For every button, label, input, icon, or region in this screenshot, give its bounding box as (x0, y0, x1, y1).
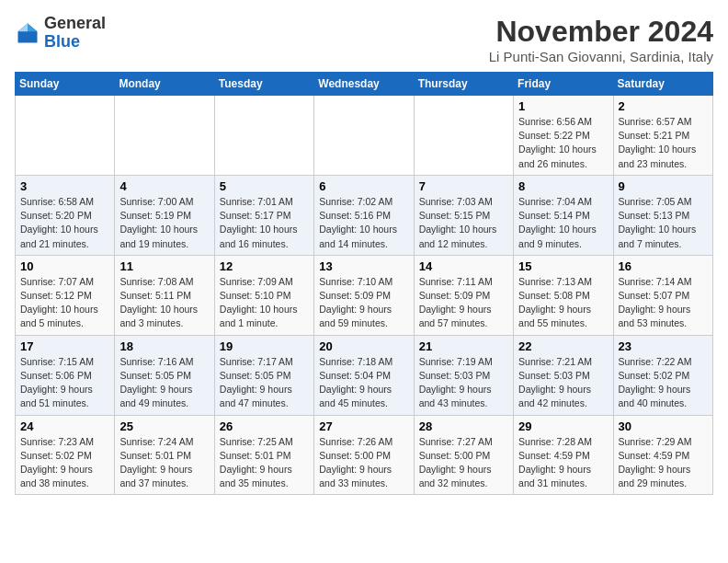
day-info: Sunrise: 7:09 AMSunset: 5:10 PMDaylight:… (220, 275, 309, 331)
day-info: Sunrise: 7:16 AMSunset: 5:05 PMDaylight:… (119, 355, 209, 411)
calendar-cell: 11Sunrise: 7:08 AMSunset: 5:11 PMDayligh… (115, 255, 214, 335)
calendar-cell: 15Sunrise: 7:13 AMSunset: 5:08 PMDayligh… (514, 255, 613, 335)
day-number: 30 (619, 419, 708, 433)
day-number: 14 (419, 259, 508, 273)
day-number: 29 (518, 419, 608, 433)
calendar-cell (414, 96, 513, 176)
day-number: 26 (220, 419, 309, 433)
weekday-header-row: SundayMondayTuesdayWednesdayThursdayFrid… (16, 73, 713, 96)
day-number: 24 (20, 419, 109, 433)
calendar-cell: 20Sunrise: 7:18 AMSunset: 5:04 PMDayligh… (314, 335, 414, 415)
weekday-thursday: Thursday (414, 73, 513, 96)
week-row-3: 10Sunrise: 7:07 AMSunset: 5:12 PMDayligh… (16, 255, 713, 335)
day-info: Sunrise: 6:57 AMSunset: 5:21 PMDaylight:… (619, 115, 708, 171)
day-number: 6 (319, 179, 408, 193)
day-info: Sunrise: 7:05 AMSunset: 5:13 PMDaylight:… (619, 195, 708, 251)
day-info: Sunrise: 7:17 AMSunset: 5:05 PMDaylight:… (220, 355, 309, 411)
weekday-wednesday: Wednesday (314, 73, 414, 96)
day-info: Sunrise: 7:04 AMSunset: 5:14 PMDaylight:… (518, 195, 608, 251)
calendar-cell (314, 96, 414, 176)
day-number: 1 (518, 99, 608, 113)
calendar-body: 1Sunrise: 6:56 AMSunset: 5:22 PMDaylight… (16, 96, 713, 495)
location-subtitle: Li Punti-San Giovanni, Sardinia, Italy (489, 49, 713, 64)
calendar-cell (214, 96, 313, 176)
calendar-cell: 3Sunrise: 6:58 AMSunset: 5:20 PMDaylight… (16, 175, 115, 255)
svg-marker-1 (28, 23, 38, 31)
calendar-cell: 5Sunrise: 7:01 AMSunset: 5:17 PMDaylight… (214, 175, 313, 255)
calendar-cell: 12Sunrise: 7:09 AMSunset: 5:10 PMDayligh… (214, 255, 313, 335)
day-number: 3 (20, 179, 109, 193)
day-info: Sunrise: 6:58 AMSunset: 5:20 PMDaylight:… (20, 195, 109, 251)
svg-marker-2 (18, 23, 28, 31)
day-info: Sunrise: 7:19 AMSunset: 5:03 PMDaylight:… (419, 355, 508, 411)
day-number: 15 (518, 259, 608, 273)
day-number: 8 (518, 179, 608, 193)
week-row-4: 17Sunrise: 7:15 AMSunset: 5:06 PMDayligh… (16, 335, 713, 415)
calendar-cell: 24Sunrise: 7:23 AMSunset: 5:02 PMDayligh… (16, 415, 115, 495)
calendar-cell: 2Sunrise: 6:57 AMSunset: 5:21 PMDaylight… (613, 96, 712, 176)
calendar: SundayMondayTuesdayWednesdayThursdayFrid… (15, 72, 713, 495)
day-info: Sunrise: 7:00 AMSunset: 5:19 PMDaylight:… (119, 195, 209, 251)
week-row-5: 24Sunrise: 7:23 AMSunset: 5:02 PMDayligh… (16, 415, 713, 495)
day-number: 21 (419, 339, 508, 353)
day-info: Sunrise: 7:07 AMSunset: 5:12 PMDaylight:… (20, 275, 109, 331)
day-number: 9 (619, 179, 708, 193)
calendar-header: SundayMondayTuesdayWednesdayThursdayFrid… (16, 73, 713, 96)
weekday-tuesday: Tuesday (214, 73, 313, 96)
calendar-cell: 27Sunrise: 7:26 AMSunset: 5:00 PMDayligh… (314, 415, 414, 495)
day-number: 18 (119, 339, 209, 353)
calendar-cell: 26Sunrise: 7:25 AMSunset: 5:01 PMDayligh… (214, 415, 313, 495)
day-info: Sunrise: 7:28 AMSunset: 4:59 PMDaylight:… (518, 435, 608, 491)
calendar-cell: 23Sunrise: 7:22 AMSunset: 5:02 PMDayligh… (613, 335, 712, 415)
day-info: Sunrise: 7:26 AMSunset: 5:00 PMDaylight:… (319, 435, 408, 491)
calendar-cell: 4Sunrise: 7:00 AMSunset: 5:19 PMDaylight… (115, 175, 214, 255)
day-info: Sunrise: 6:56 AMSunset: 5:22 PMDaylight:… (518, 115, 608, 171)
calendar-cell: 25Sunrise: 7:24 AMSunset: 5:01 PMDayligh… (115, 415, 214, 495)
day-number: 7 (419, 179, 508, 193)
day-number: 12 (220, 259, 309, 273)
day-number: 25 (119, 419, 209, 433)
calendar-cell: 6Sunrise: 7:02 AMSunset: 5:16 PMDaylight… (314, 175, 414, 255)
calendar-cell: 1Sunrise: 6:56 AMSunset: 5:22 PMDaylight… (514, 96, 613, 176)
calendar-cell: 21Sunrise: 7:19 AMSunset: 5:03 PMDayligh… (414, 335, 513, 415)
day-number: 13 (319, 259, 408, 273)
weekday-sunday: Sunday (16, 73, 115, 96)
day-info: Sunrise: 7:21 AMSunset: 5:03 PMDaylight:… (518, 355, 608, 411)
calendar-cell: 16Sunrise: 7:14 AMSunset: 5:07 PMDayligh… (613, 255, 712, 335)
week-row-2: 3Sunrise: 6:58 AMSunset: 5:20 PMDaylight… (16, 175, 713, 255)
day-number: 4 (119, 179, 209, 193)
calendar-cell: 18Sunrise: 7:16 AMSunset: 5:05 PMDayligh… (115, 335, 214, 415)
day-number: 28 (419, 419, 508, 433)
calendar-cell: 29Sunrise: 7:28 AMSunset: 4:59 PMDayligh… (514, 415, 613, 495)
calendar-cell: 9Sunrise: 7:05 AMSunset: 5:13 PMDaylight… (613, 175, 712, 255)
day-number: 16 (619, 259, 708, 273)
day-number: 22 (518, 339, 608, 353)
day-info: Sunrise: 7:11 AMSunset: 5:09 PMDaylight:… (419, 275, 508, 331)
logo-blue: Blue (44, 32, 80, 51)
calendar-cell: 13Sunrise: 7:10 AMSunset: 5:09 PMDayligh… (314, 255, 414, 335)
logo-text: General Blue (44, 15, 106, 52)
day-info: Sunrise: 7:22 AMSunset: 5:02 PMDaylight:… (619, 355, 708, 411)
calendar-cell: 14Sunrise: 7:11 AMSunset: 5:09 PMDayligh… (414, 255, 513, 335)
calendar-cell: 10Sunrise: 7:07 AMSunset: 5:12 PMDayligh… (16, 255, 115, 335)
day-info: Sunrise: 7:03 AMSunset: 5:15 PMDaylight:… (419, 195, 508, 251)
weekday-saturday: Saturday (613, 73, 712, 96)
day-info: Sunrise: 7:10 AMSunset: 5:09 PMDaylight:… (319, 275, 408, 331)
day-info: Sunrise: 7:15 AMSunset: 5:06 PMDaylight:… (20, 355, 109, 411)
weekday-monday: Monday (115, 73, 214, 96)
day-info: Sunrise: 7:02 AMSunset: 5:16 PMDaylight:… (319, 195, 408, 251)
day-info: Sunrise: 7:25 AMSunset: 5:01 PMDaylight:… (220, 435, 309, 491)
day-number: 2 (619, 99, 708, 113)
calendar-cell: 19Sunrise: 7:17 AMSunset: 5:05 PMDayligh… (214, 335, 313, 415)
day-number: 10 (20, 259, 109, 273)
day-info: Sunrise: 7:29 AMSunset: 4:59 PMDaylight:… (619, 435, 708, 491)
day-number: 19 (220, 339, 309, 353)
day-number: 11 (119, 259, 209, 273)
calendar-cell: 8Sunrise: 7:04 AMSunset: 5:14 PMDaylight… (514, 175, 613, 255)
day-info: Sunrise: 7:24 AMSunset: 5:01 PMDaylight:… (119, 435, 209, 491)
day-info: Sunrise: 7:18 AMSunset: 5:04 PMDaylight:… (319, 355, 408, 411)
title-area: November 2024 Li Punti-San Giovanni, Sar… (489, 15, 713, 64)
day-info: Sunrise: 7:01 AMSunset: 5:17 PMDaylight:… (220, 195, 309, 251)
day-number: 20 (319, 339, 408, 353)
calendar-cell: 7Sunrise: 7:03 AMSunset: 5:15 PMDaylight… (414, 175, 513, 255)
